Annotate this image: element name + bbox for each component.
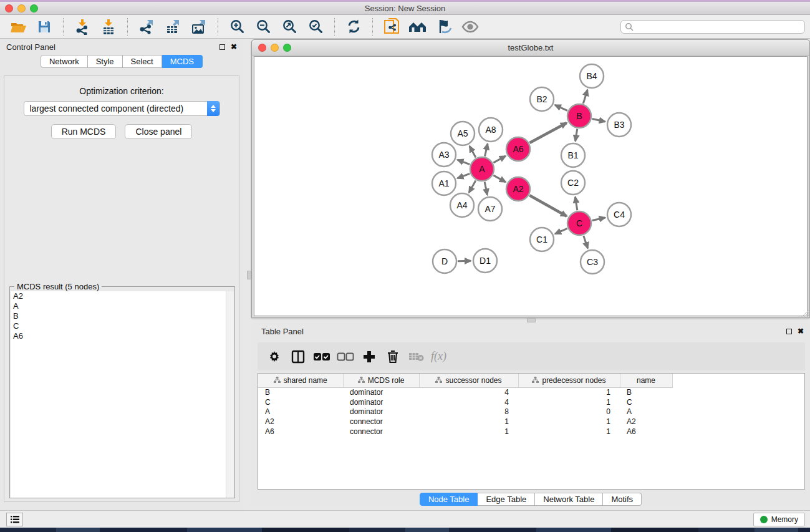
graph-edge-B-B4[interactable]	[583, 90, 587, 104]
close-panel-button[interactable]: Close panel	[125, 124, 192, 139]
table-row[interactable]: Adominator80A	[258, 407, 672, 417]
mcds-result-list[interactable]: A2ABCA6	[11, 291, 226, 498]
criterion-dropdown[interactable]: largest connected component (directed)	[24, 101, 220, 116]
new-network-from-selection-icon	[383, 18, 400, 36]
result-list-item[interactable]: A6	[11, 331, 226, 341]
add-column-button[interactable]	[360, 347, 378, 366]
result-list-item[interactable]: A2	[11, 291, 226, 301]
graph-edge-A-A6[interactable]	[493, 156, 505, 163]
zoom-out-button[interactable]	[253, 17, 273, 37]
zoom-in-button[interactable]	[227, 17, 247, 37]
tab-style[interactable]: Style	[88, 55, 123, 68]
memory-status-icon	[760, 516, 768, 523]
open-session-button[interactable]	[8, 17, 28, 37]
graph-edge-C-C3[interactable]	[584, 236, 588, 248]
network-graph[interactable]: AA1A2A3A4A5A6A7A8BB1B2B3B4CC1C2C3C4DD1	[254, 57, 808, 316]
select-all-button[interactable]	[312, 347, 331, 366]
graph-edge-A-A8[interactable]	[485, 143, 488, 156]
search-input[interactable]	[620, 20, 805, 34]
graph-edge-A-A4[interactable]	[469, 180, 476, 192]
table-row[interactable]: A2connector11A2	[258, 417, 672, 427]
zoom-selected-button[interactable]	[306, 17, 325, 37]
graph-edge-A2-C[interactable]	[529, 195, 567, 216]
show-all-button[interactable]	[460, 17, 480, 37]
deselect-all-button[interactable]	[336, 347, 355, 366]
graph-node-label-A5: A5	[457, 128, 468, 138]
tab-select[interactable]: Select	[123, 55, 162, 68]
import-network-button[interactable]	[72, 17, 92, 37]
graph-edge-A-A2[interactable]	[493, 175, 505, 182]
zoom-fit-button[interactable]	[279, 17, 299, 37]
run-mcds-button[interactable]: Run MCDS	[51, 124, 117, 139]
table-cell: A6	[258, 427, 343, 437]
zoom-window-button[interactable]	[30, 4, 38, 12]
hide-selected-button[interactable]	[434, 17, 454, 37]
result-list-item[interactable]: B	[11, 311, 226, 321]
function-builder-button[interactable]: f(x)	[431, 350, 446, 363]
table-panel-title: Table Panel	[261, 327, 304, 336]
graph-edge-A-A7[interactable]	[485, 182, 487, 195]
column-header-shared-name[interactable]: shared name	[258, 374, 343, 387]
float-table-panel-icon[interactable]	[786, 329, 792, 334]
graph-edge-B-B1[interactable]	[576, 129, 577, 142]
table-panel-header: Table Panel ✖	[251, 323, 810, 339]
columns-button[interactable]	[289, 347, 307, 366]
graph-edge-A-A1[interactable]	[458, 173, 470, 178]
new-network-from-selection-button[interactable]	[382, 17, 402, 37]
table-cell: 1	[419, 417, 518, 427]
panel-splitter-grip-vertical[interactable]	[247, 271, 251, 279]
export-network-button[interactable]	[137, 17, 157, 37]
column-header-predecessor-nodes[interactable]: predecessor nodes	[518, 374, 620, 387]
graph-edge-B-B2[interactable]	[555, 105, 567, 110]
table-row[interactable]: Bdominator41B	[258, 387, 672, 397]
deselect-all-icon	[337, 352, 354, 362]
tab-mcds[interactable]: MCDS	[162, 55, 203, 68]
memory-button[interactable]: Memory	[753, 513, 805, 526]
column-header-MCDS-role[interactable]: MCDS role	[343, 374, 419, 387]
column-header-name[interactable]: name	[620, 374, 672, 387]
minimize-window-button[interactable]	[17, 4, 26, 12]
result-list-item[interactable]: C	[11, 321, 226, 331]
graph-edge-C-C2[interactable]	[575, 197, 577, 211]
tab-edge-table[interactable]: Edge Table	[478, 493, 535, 506]
table-cell: dominator	[343, 407, 419, 417]
close-network-window-button[interactable]	[258, 44, 266, 52]
graph-edge-B-B3[interactable]	[592, 118, 605, 122]
tab-motifs[interactable]: Motifs	[603, 493, 642, 506]
open-session-icon	[10, 19, 27, 34]
import-table-button[interactable]	[99, 17, 118, 37]
export-table-button[interactable]	[163, 17, 183, 37]
refresh-button[interactable]	[344, 17, 364, 37]
close-window-button[interactable]	[5, 4, 13, 12]
gear-button[interactable]	[265, 347, 284, 366]
graph-edge-A-A5[interactable]	[470, 146, 476, 157]
result-list-item[interactable]: A	[11, 301, 226, 311]
panel-splitter-grip-horizontal[interactable]	[527, 318, 536, 322]
show-panels-button[interactable]	[6, 513, 23, 526]
network-canvas[interactable]: AA1A2A3A4A5A6A7A8BB1B2B3B4CC1C2C3C4DD1	[254, 56, 808, 316]
graph-edge-C-C1[interactable]	[555, 228, 567, 234]
graph-edge-A-A3[interactable]	[458, 160, 470, 164]
export-image-button[interactable]	[189, 17, 209, 37]
graph-edge-A6-B[interactable]	[529, 123, 566, 143]
delete-button[interactable]	[383, 347, 402, 366]
column-header-successor-nodes[interactable]: successor nodes	[419, 374, 518, 387]
node-table[interactable]: shared nameMCDS rolesuccessor nodesprede…	[258, 373, 805, 490]
close-panel-icon[interactable]: ✖	[231, 43, 237, 51]
add-column-icon	[362, 350, 376, 364]
zoom-network-window-button[interactable]	[283, 44, 291, 52]
delete-table-button[interactable]	[407, 347, 426, 366]
window-resize-grip[interactable]	[801, 309, 809, 317]
float-panel-icon[interactable]	[219, 44, 225, 50]
tab-node-table[interactable]: Node Table	[420, 493, 478, 506]
graph-edge-C-C4[interactable]	[592, 218, 605, 221]
minimize-network-window-button[interactable]	[271, 44, 279, 52]
result-list-scrollbar[interactable]	[226, 291, 234, 498]
table-row[interactable]: A6connector11A6	[258, 427, 672, 437]
table-row[interactable]: Cdominator41C	[258, 397, 672, 407]
close-table-panel-icon[interactable]: ✖	[798, 327, 804, 335]
tab-network[interactable]: Network	[41, 55, 88, 68]
save-session-button[interactable]	[34, 17, 54, 37]
tab-network-table[interactable]: Network Table	[535, 493, 603, 506]
first-neighbors-button[interactable]	[408, 17, 428, 37]
